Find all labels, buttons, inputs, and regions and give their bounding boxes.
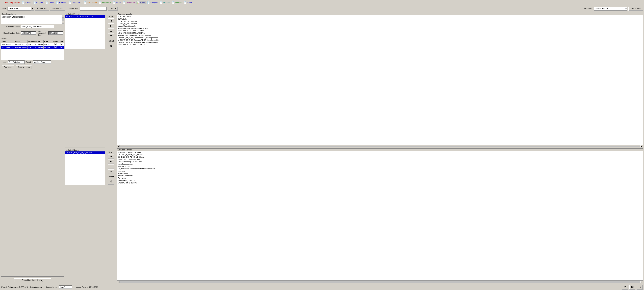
version-text: English Beta version: B.250.025 bbox=[1, 286, 28, 288]
remove-user-button[interactable]: Remove User bbox=[16, 65, 32, 69]
list-item[interactable]: NZ_AccidentCompensationAct2001No49Part bbox=[117, 167, 643, 170]
show-history-button[interactable]: Show User Input History bbox=[14, 278, 51, 282]
nav-procedural[interactable]: 📄 Procedural bbox=[68, 1, 82, 4]
action-checkbox[interactable] bbox=[54, 43, 57, 45]
case-description-textarea[interactable]: Monument Office Building bbox=[1, 15, 62, 24]
nav-table[interactable]: 📄 Table bbox=[112, 1, 122, 4]
list-item[interactable]: DCOM1.ifc bbox=[117, 18, 643, 20]
list-item[interactable]: InvestigationOfFigure9.html bbox=[117, 158, 643, 160]
move-norms-down-btn[interactable]: ▼ bbox=[108, 169, 114, 174]
list-item[interactable]: MON-MAK-XX-XX-M3-ARCHU.ifc bbox=[117, 44, 643, 46]
list-item[interactable]: GB-ENG_BR_AD_M_2_13.html bbox=[65, 151, 105, 154]
list-item[interactable]: newNorm.html bbox=[117, 165, 643, 167]
nav-original[interactable]: 📄 Original bbox=[32, 1, 44, 4]
move-models-up-btn[interactable]: ▲ bbox=[108, 28, 114, 33]
case-dropdown-btn[interactable]: ▼ bbox=[31, 7, 34, 11]
reload-norms-btn[interactable]: ↺ bbox=[108, 179, 114, 185]
create-case-button[interactable]: Create bbox=[108, 7, 118, 11]
list-item[interactable]: MON-MAK-XX-XX-M3-ARCH.ifc bbox=[117, 29, 643, 32]
nav-entities[interactable]: 📄 Entities bbox=[159, 1, 170, 4]
creation-date-input[interactable] bbox=[21, 31, 36, 35]
username-input[interactable] bbox=[59, 286, 72, 289]
nav-results[interactable]: 📄 Results bbox=[170, 1, 182, 4]
nav-trace[interactable]: 📄 Trace bbox=[182, 1, 193, 4]
nav-case[interactable]: 📊 Case bbox=[136, 1, 146, 4]
new-case-input[interactable] bbox=[80, 7, 107, 11]
case-filename-input[interactable] bbox=[21, 25, 54, 28]
info-checkbox[interactable] bbox=[60, 46, 63, 48]
add-to-case-button[interactable]: Add to case bbox=[628, 7, 643, 11]
excluded-models-label: Excluded Models: bbox=[117, 13, 643, 15]
delete-case-button[interactable]: Delete Case bbox=[50, 7, 65, 11]
nav-dictionary[interactable]: 📄 Dictionary bbox=[122, 1, 136, 4]
nav-info-icon[interactable]: i bbox=[1, 1, 3, 4]
case-icon: 📊 bbox=[137, 1, 140, 4]
list-item[interactable]: MON-MAK-ORG-XX-XX-M3-ARCH.ifc bbox=[117, 27, 643, 29]
scroll-down-btn[interactable]: ▼ bbox=[62, 21, 64, 24]
nav-getting-started[interactable]: ℹ Getting Started bbox=[4, 1, 21, 4]
list-item[interactable]: Korean-Building-Act-34-1.html bbox=[117, 160, 643, 163]
user-name-input[interactable] bbox=[8, 60, 25, 64]
hscroll-left-btn[interactable]: ◄ bbox=[117, 145, 120, 147]
list-item[interactable]: WindowHeightMin.html bbox=[117, 179, 643, 182]
nav-analysis[interactable]: 📄 Analysis bbox=[146, 1, 159, 4]
hscroll-right-btn[interactable]: ► bbox=[640, 145, 643, 147]
list-item[interactable]: GB_ENG_BR_AD_B_V1_B1.html bbox=[117, 156, 643, 158]
list-item[interactable]: MON-MAK-XX-XX-M3-ARCHT.ifc bbox=[117, 32, 643, 34]
list-item[interactable]: MON-MAK-XX-XX-M3-ARCHF.ifc bbox=[65, 15, 105, 18]
move-models-left-btn[interactable]: ◄ bbox=[108, 18, 114, 23]
norms-row: Move: ◄ ► ▲ ▼ Reload: ↺ Excluded Norms: … bbox=[106, 148, 643, 284]
exit-button[interactable]: ➜ bbox=[636, 285, 643, 290]
add-user-button[interactable]: Add User bbox=[2, 65, 14, 69]
norms-hscroll-left-btn[interactable]: ◄ bbox=[117, 281, 120, 283]
list-item[interactable]: temp21_temp.html bbox=[117, 174, 643, 177]
nav-latest[interactable]: 📄 Latest bbox=[44, 1, 55, 4]
original-icon: 📄 bbox=[33, 1, 36, 4]
move-models-right-btn[interactable]: ► bbox=[108, 23, 114, 28]
mail-button[interactable]: ✉ bbox=[629, 285, 635, 290]
amended-date-input[interactable] bbox=[48, 31, 64, 35]
list-item[interactable]: Duplex_B_20110907.ifc bbox=[117, 22, 643, 25]
case-description-label: Case Description: bbox=[1, 13, 64, 15]
results-icon: 📄 bbox=[172, 1, 174, 4]
nav-browser[interactable]: 📄 Browser bbox=[55, 1, 68, 4]
list-item[interactable]: UKBRAD_M_2_13.html bbox=[117, 182, 643, 184]
case-input[interactable] bbox=[8, 7, 31, 11]
list-item[interactable]: safe.html bbox=[117, 170, 643, 172]
move-norms-left-btn[interactable]: ◄ bbox=[108, 154, 114, 159]
updates-select[interactable]: Select update... bbox=[594, 7, 628, 11]
list-item[interactable]: temp21.html bbox=[117, 172, 643, 174]
table-row[interactable]: Nick Nisbet nn@aec3.com AEC3 UK Limited … bbox=[1, 43, 64, 46]
list-item[interactable]: manyExample.html bbox=[117, 163, 643, 165]
move-norms-right-btn[interactable]: ► bbox=[108, 159, 114, 164]
info-checkbox[interactable] bbox=[60, 43, 63, 45]
list-item[interactable]: GB-ENG_3_AD-B_V1_B1.html bbox=[117, 153, 643, 156]
user-email-input[interactable] bbox=[33, 60, 51, 64]
table-row[interactable]: Bob Wakelam bw@aec3.com AEC3 UK Limited … bbox=[1, 46, 64, 49]
reload-models-btn[interactable]: ↺ bbox=[108, 43, 114, 49]
move-models-down-btn[interactable]: ▼ bbox=[108, 33, 114, 38]
scroll-up-btn[interactable]: ▲ bbox=[62, 15, 64, 17]
list-item[interactable]: Railyard_WithSchematic_fromCOBie2.ifc bbox=[117, 34, 643, 36]
list-item[interactable]: GB-ENG_3_AD-B2_S1.html bbox=[117, 151, 643, 153]
move-norms-up-btn[interactable]: ▲ bbox=[108, 164, 114, 169]
nav-create[interactable]: 📄 Create bbox=[21, 1, 32, 4]
list-item[interactable]: UKBRAD_M_2_13_Example_fromSpreadsheetM bbox=[117, 41, 643, 44]
included-models-list[interactable]: MON-MAK-XX-XX-M3-ARCHF.ifc bbox=[65, 15, 105, 49]
list-item[interactable]: garageQuantitiesM.ifc bbox=[117, 25, 643, 27]
norms-hscroll-right-btn[interactable]: ► bbox=[640, 281, 643, 283]
list-item[interactable]: Twelve.html bbox=[117, 177, 643, 179]
nav-summary[interactable]: 📄 Summary bbox=[98, 1, 112, 4]
save-case-button[interactable]: Save Case bbox=[35, 7, 49, 11]
nav-proposition[interactable]: 📄 Proposition bbox=[82, 1, 98, 4]
list-item[interactable]: 21-C-184-017.ifc bbox=[117, 15, 643, 18]
list-item[interactable]: UKBRAD_M_2_13_ExampleORG_fromSpreadsh bbox=[117, 36, 643, 39]
hscroll-track bbox=[120, 145, 640, 147]
included-norms-list[interactable]: GB-ENG_BR_AD_M_2_13.html bbox=[65, 151, 105, 185]
excluded-models-list[interactable]: 21-C-184-017.ifc DCOM1.ifc Duplex_A_2011… bbox=[117, 15, 643, 145]
excluded-norms-list[interactable]: GB-ENG_3_AD-B2_S1.html GB-ENG_3_AD-B_V1_… bbox=[117, 151, 643, 281]
list-item[interactable]: Duplex_A_20110907.ifc bbox=[117, 20, 643, 22]
action-checkbox[interactable] bbox=[54, 46, 57, 48]
list-item[interactable]: UKBRAD_M_2_13_ExampleTEST_fromSpreadsh bbox=[117, 39, 643, 41]
help-button[interactable]: ? bbox=[622, 285, 628, 290]
